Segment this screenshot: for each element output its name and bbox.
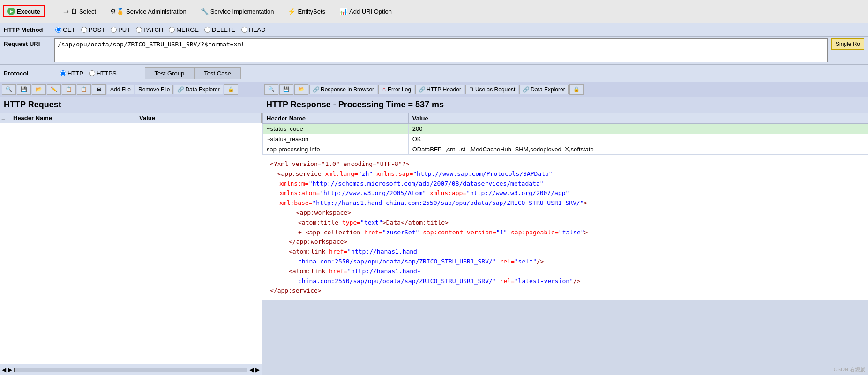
list2-icon: 📋 — [80, 86, 88, 93]
error-log-label: Error Log — [388, 86, 411, 93]
xml-line: - <app:service xml:lang="zh" xmlns:sap="… — [270, 169, 861, 179]
http-header-icon: 🔗 — [419, 86, 426, 93]
req-data-explorer-button[interactable]: 🔗 Data Explorer — [174, 85, 223, 94]
resp-toolbar-lock[interactable]: 🔒 — [569, 84, 584, 95]
watermark: CSDN 右观版 — [834, 366, 865, 373]
xml-line: china.com:2550/sap/opu/odata/sap/ZRICO_S… — [270, 277, 861, 286]
resp-data-explorer-button[interactable]: 🔗 Data Explorer — [519, 85, 568, 94]
resp-http-header-button[interactable]: 🔗 HTTP Header — [415, 85, 464, 94]
execute-button[interactable]: Execute — [3, 5, 45, 17]
xml-content-area: <?xml version="1.0" encoding="UTF-8"?>- … — [262, 155, 868, 300]
resp-browser-icon: 🔗 — [313, 86, 320, 93]
use-as-request-label: Use as Request — [475, 86, 515, 93]
method-put[interactable]: PUT — [111, 26, 130, 33]
request-scroll-row: ◀ ▶ ◀ ▶ — [0, 364, 262, 375]
service-impl-button[interactable]: 🔧 Service Implementation — [196, 5, 279, 17]
protocol-http[interactable]: HTTP — [60, 70, 83, 77]
request-panel-body — [0, 123, 262, 364]
req-data-explorer-icon: 🔗 — [177, 86, 184, 93]
test-group-tab[interactable]: Test Group — [145, 68, 195, 79]
xml-line: <atom:link href="http://hanas1.hand- — [270, 247, 861, 257]
resp-data-explorer-label: Data Explorer — [531, 86, 565, 93]
execute-label: Execute — [17, 8, 40, 15]
method-delete[interactable]: DELETE — [204, 26, 236, 33]
protocol-row: Protocol HTTP HTTPS Test Group Test Case — [0, 65, 868, 82]
scroll-right-arrow2[interactable]: ◀ — [249, 367, 254, 373]
remove-file-label: Remove File — [138, 86, 170, 93]
add-file-label: Add File — [110, 86, 131, 93]
req-remove-file-button[interactable]: Remove File — [135, 85, 173, 94]
req-toolbar-list2[interactable]: 📋 — [77, 84, 91, 95]
scroll-right-arrow[interactable]: ▶ — [8, 367, 12, 373]
scroll-track-left[interactable] — [14, 368, 247, 372]
http-method-row: HTTP Method GET POST PUT PATCH MERGE DEL… — [0, 23, 868, 37]
response-panel: 🔍 💾 📂 🔗 Response in Browser ⚠ Error Log … — [262, 82, 868, 375]
service-admin-icon: ⚙🏅 — [110, 8, 124, 15]
response-panel-title: HTTP Response - Processing Time = 537 ms — [262, 97, 868, 113]
open-icon: 📂 — [35, 86, 43, 93]
method-head[interactable]: HEAD — [241, 26, 266, 33]
scroll-left-arrow[interactable]: ◀ — [2, 367, 6, 373]
http-method-label: HTTP Method — [4, 26, 51, 33]
request-uri-input[interactable]: /sap/opu/odata/sap/ZRICO_STRU_USR1_SRV/?… — [54, 38, 828, 62]
xml-line: china.com:2550/sap/opu/odata/sap/ZRICO_S… — [270, 257, 861, 267]
method-post[interactable]: POST — [81, 26, 105, 33]
entity-sets-icon: ⚡ — [288, 8, 296, 15]
req-toolbar-edit[interactable]: ✏️ — [47, 84, 61, 95]
service-admin-button[interactable]: ⚙🏅 Service Administration — [105, 5, 191, 17]
req-data-explorer-label: Data Explorer — [185, 86, 219, 93]
execute-icon — [7, 8, 15, 15]
service-admin-label: Service Administration — [126, 8, 187, 15]
protocol-label: Protocol — [4, 70, 51, 77]
toolbar-separator — [52, 4, 52, 18]
req-toolbar-open[interactable]: 📂 — [32, 84, 46, 95]
xml-line: <atom:title type="text">Data</atom:title… — [270, 218, 861, 228]
method-get[interactable]: GET — [55, 26, 75, 33]
req-toolbar-save[interactable]: 💾 — [17, 84, 31, 95]
req-icon-col: ≡ — [0, 113, 9, 123]
req-toolbar-search[interactable]: 🔍 — [2, 84, 16, 95]
req-add-file-button[interactable]: Add File — [107, 85, 134, 94]
req-header-name-col: Header Name — [9, 113, 135, 123]
xml-line: <atom:link href="http://hanas1.hand- — [270, 267, 861, 277]
single-row-button[interactable]: Single Ro — [831, 38, 864, 50]
xml-line: xml:base="http://hanas1.hand-china.com:2… — [270, 198, 861, 208]
request-uri-row: Request URI /sap/opu/odata/sap/ZRICO_STR… — [0, 37, 868, 65]
method-patch[interactable]: PATCH — [136, 26, 163, 33]
response-header-table: Header Name Value ~status_code200~status… — [262, 113, 868, 155]
test-case-label: Test Case — [204, 70, 231, 77]
method-merge[interactable]: MERGE — [169, 26, 199, 33]
protocol-https[interactable]: HTTPS — [89, 70, 117, 77]
request-header-cols: ≡ Header Name Value — [0, 113, 262, 123]
header-value-cell: 200 — [408, 124, 868, 134]
resp-response-browser-button[interactable]: 🔗 Response in Browser — [309, 85, 377, 94]
entity-sets-button[interactable]: ⚡ EntitySets — [283, 5, 330, 17]
test-group-label: Test Group — [155, 70, 185, 77]
service-impl-icon: 🔧 — [201, 8, 209, 15]
scroll-right-arrow3[interactable]: ▶ — [255, 367, 260, 373]
req-toolbar-grid[interactable]: ⊞ — [92, 84, 106, 95]
resp-save-icon: 💾 — [283, 86, 290, 93]
add-uri-label: Add URI Option — [349, 8, 392, 15]
req-toolbar-lock[interactable]: 🔒 — [224, 84, 238, 95]
header-name-cell: ~status_code — [263, 124, 409, 134]
main-content: HTTP Method GET POST PUT PATCH MERGE DEL… — [0, 23, 868, 375]
lock-icon: 🔒 — [227, 86, 235, 93]
http-header-label: HTTP Header — [427, 86, 461, 93]
http-method-group: GET POST PUT PATCH MERGE DELETE HEAD — [55, 26, 266, 33]
select-button[interactable]: ⇒ 🗒 Select — [59, 5, 101, 17]
main-toolbar: Execute ⇒ 🗒 Select ⚙🏅 Service Administra… — [0, 0, 868, 23]
add-uri-button[interactable]: 📊 Add URI Option — [335, 5, 397, 17]
req-toolbar-list1[interactable]: 📋 — [62, 84, 76, 95]
test-case-tab[interactable]: Test Case — [194, 68, 241, 79]
resp-error-log-button[interactable]: ⚠ Error Log — [378, 85, 414, 94]
test-group-section: Test Group Test Case — [145, 68, 241, 79]
resp-header-name-col: Header Name — [263, 113, 409, 124]
resp-toolbar-search[interactable]: 🔍 — [264, 84, 278, 95]
resp-toolbar-save[interactable]: 💾 — [279, 84, 293, 95]
panels-container: 🔍 💾 📂 ✏️ 📋 📋 ⊞ Add File Remove File 🔗 Da… — [0, 82, 868, 375]
req-value-col: Value — [135, 113, 262, 123]
resp-toolbar-open[interactable]: 📂 — [294, 84, 308, 95]
resp-use-as-request-button[interactable]: 🗒 Use as Request — [465, 85, 518, 94]
xml-line: <?xml version="1.0" encoding="UTF-8"?> — [270, 159, 861, 169]
